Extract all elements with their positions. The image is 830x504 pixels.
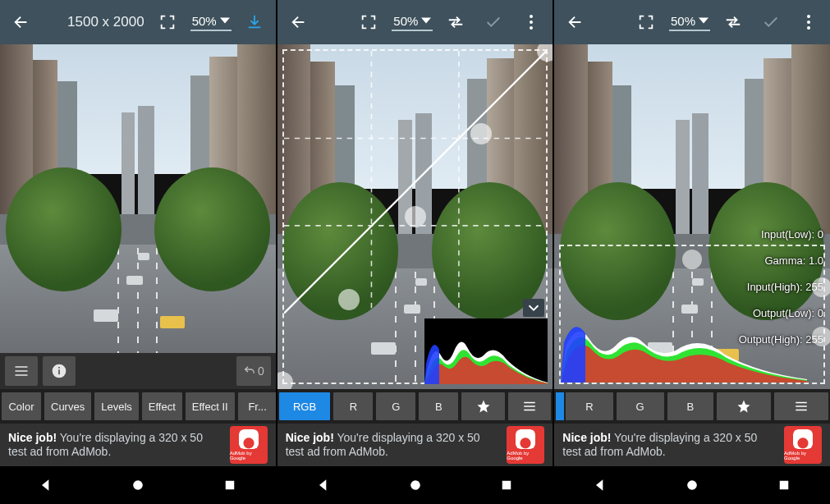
undo-button[interactable]: 0 — [236, 356, 271, 386]
zoom-value: 50% — [671, 14, 695, 28]
output-high-label: Output(High): — [739, 333, 803, 346]
tab-levels[interactable]: Levels — [94, 392, 139, 420]
menu-button[interactable] — [5, 356, 38, 386]
tab-effect[interactable]: Effect — [142, 392, 182, 420]
nav-back-button[interactable] — [311, 473, 336, 497]
download-button[interactable] — [240, 7, 269, 37]
output-low-label: Output(Low): — [753, 307, 814, 319]
zoom-dropdown[interactable]: 50% — [190, 14, 232, 31]
image-canvas[interactable] — [0, 44, 276, 353]
nav-recent-button[interactable] — [772, 473, 796, 497]
tab-blue[interactable]: B — [667, 392, 714, 420]
input-high-handle[interactable] — [812, 277, 830, 297]
fullscreen-button[interactable] — [354, 7, 383, 37]
topbar: 50% — [277, 0, 553, 44]
nav-home-button[interactable] — [403, 473, 428, 497]
panel-color: 1500 x 2000 50% — [0, 0, 276, 504]
tab-green[interactable]: G — [617, 392, 664, 420]
tab-effect2[interactable]: Effect II — [186, 392, 235, 420]
panel-curves: 50% — [277, 0, 553, 504]
svg-rect-13 — [780, 481, 789, 490]
curve-node[interactable] — [405, 206, 426, 227]
tab-rgb[interactable]: RGB — [279, 392, 331, 420]
svg-rect-1 — [58, 369, 60, 374]
fullscreen-button[interactable] — [153, 7, 182, 37]
tab-green[interactable]: G — [376, 392, 415, 420]
nav-home-button[interactable] — [680, 473, 704, 497]
back-button[interactable] — [561, 7, 590, 37]
category-tabs: Color Curves Levels Effect Effect II Fr.… — [0, 389, 276, 424]
ad-banner[interactable]: Nice job! You're displaying a 320 x 50 t… — [0, 424, 276, 466]
collapse-histogram-button[interactable] — [523, 299, 544, 317]
info-button[interactable] — [43, 356, 76, 386]
svg-point-10 — [410, 480, 420, 490]
curve-node[interactable] — [470, 123, 492, 144]
panel-levels: 50% — [554, 0, 830, 504]
ad-banner[interactable]: Nice job! You're displaying a 320 x 50 t… — [554, 424, 830, 466]
tab-red[interactable]: R — [333, 392, 373, 420]
zoom-dropdown[interactable]: 50% — [392, 14, 433, 31]
back-button[interactable] — [7, 7, 36, 37]
ad-headline: Nice job! — [562, 431, 611, 444]
nav-home-button[interactable] — [126, 473, 150, 497]
svg-point-12 — [687, 480, 697, 490]
back-button[interactable] — [284, 7, 314, 37]
undo-count: 0 — [258, 364, 264, 378]
channel-tabs: R G B — [554, 389, 830, 424]
android-navbar — [554, 466, 830, 504]
tab-rgb-indicator[interactable] — [556, 392, 564, 420]
nav-recent-button[interactable] — [494, 473, 519, 497]
tab-color[interactable]: Color — [2, 392, 41, 420]
nav-back-button[interactable] — [34, 473, 58, 497]
topbar: 50% — [554, 0, 830, 44]
levels-histogram — [561, 314, 807, 383]
image-dimensions: 1500 x 2000 — [67, 14, 144, 30]
zoom-value: 50% — [192, 14, 217, 28]
output-high-handle[interactable] — [812, 327, 830, 346]
ad-headline: Nice job! — [286, 431, 334, 444]
gamma-label: Gamma: — [764, 254, 805, 267]
curve-node[interactable] — [338, 289, 360, 310]
admob-logo-icon: AdMob by Google — [507, 426, 544, 464]
svg-rect-11 — [502, 481, 511, 490]
svg-point-3 — [133, 480, 143, 490]
tab-favorite[interactable] — [461, 392, 505, 420]
input-low-value: 0 — [818, 228, 823, 241]
gamma-handle[interactable] — [682, 250, 702, 269]
tab-red[interactable]: R — [566, 392, 612, 420]
android-navbar — [0, 466, 276, 504]
output-low-value: 0 — [818, 307, 823, 319]
compare-button[interactable] — [718, 7, 748, 37]
overflow-button[interactable] — [516, 7, 546, 37]
ad-banner[interactable]: Nice job! You're displaying a 320 x 50 t… — [277, 424, 553, 466]
tab-favorite[interactable] — [717, 392, 771, 420]
channel-tabs: RGB R G B — [277, 389, 553, 424]
input-low-label: Input(Low): — [761, 228, 814, 241]
tab-menu[interactable] — [774, 392, 828, 420]
ad-headline: Nice job! — [8, 431, 57, 444]
levels-canvas[interactable]: Input(Low): 0 Gamma: 1.0 Input(High): 25… — [554, 44, 830, 389]
photo-placeholder — [0, 44, 276, 353]
apply-button[interactable] — [756, 7, 786, 37]
zoom-value: 50% — [393, 14, 418, 28]
gamma-value: 1.0 — [809, 254, 823, 267]
tab-frame[interactable]: Fr... — [238, 392, 276, 420]
tab-menu[interactable] — [508, 392, 552, 420]
histogram-panel — [424, 318, 548, 384]
topbar: 1500 x 2000 50% — [0, 0, 276, 44]
apply-button[interactable] — [479, 7, 508, 37]
input-high-label: Input(High): — [747, 281, 803, 293]
nav-back-button[interactable] — [588, 473, 612, 497]
overflow-button[interactable] — [794, 7, 823, 37]
svg-rect-2 — [58, 367, 60, 369]
tool-row: 0 — [0, 353, 276, 389]
svg-rect-4 — [225, 481, 234, 490]
tab-blue[interactable]: B — [419, 392, 458, 420]
curves-canvas[interactable] — [277, 44, 553, 389]
tab-curves[interactable]: Curves — [44, 392, 91, 420]
zoom-dropdown[interactable]: 50% — [669, 14, 710, 31]
nav-recent-button[interactable] — [218, 473, 242, 497]
compare-button[interactable] — [441, 7, 470, 37]
fullscreen-button[interactable] — [631, 7, 661, 37]
admob-logo-icon: AdMob by Google — [784, 426, 822, 464]
